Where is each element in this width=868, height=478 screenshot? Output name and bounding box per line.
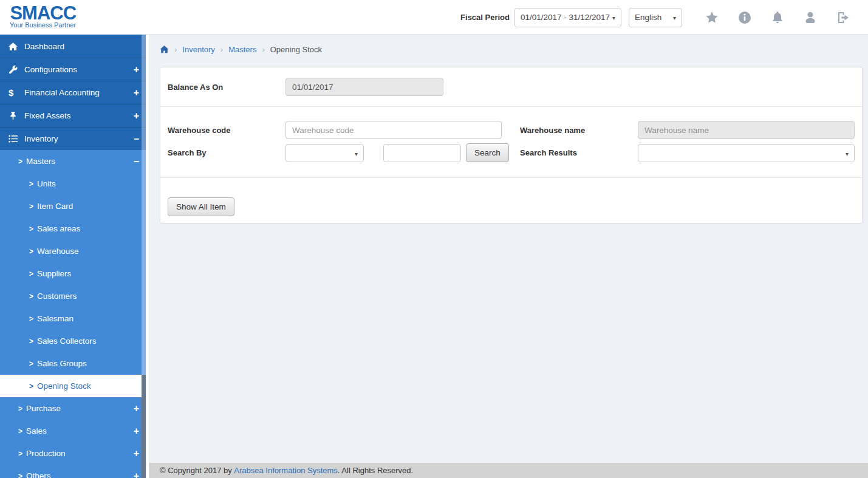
main-content: Inventory Masters Opening Stock Balance … bbox=[149, 35, 868, 478]
sidebar-item-label: Units bbox=[37, 179, 56, 188]
sidebar-item-purchase[interactable]: Purchase + bbox=[0, 397, 149, 420]
home-icon bbox=[9, 42, 24, 51]
minus-icon[interactable]: − bbox=[134, 134, 139, 144]
sidebar-item-fixed-assets[interactable]: Fixed Assets + bbox=[0, 104, 149, 127]
chevron-down-icon bbox=[846, 148, 849, 159]
plus-icon[interactable]: + bbox=[134, 65, 139, 75]
list-icon bbox=[9, 134, 24, 143]
info-icon[interactable] bbox=[737, 10, 753, 26]
top-bar-actions: Fiscal Period 01/01/2017 - 31/12/2017 En… bbox=[460, 0, 859, 35]
breadcrumb-link-inventory[interactable]: Inventory bbox=[182, 45, 214, 54]
chevron-right-icon bbox=[29, 314, 33, 323]
chevron-right-icon bbox=[29, 381, 33, 391]
user-icon[interactable] bbox=[802, 10, 818, 26]
sidebar-item-sales-groups[interactable]: Sales Groups bbox=[0, 352, 149, 375]
sidebar-item-label: Sales areas bbox=[37, 224, 80, 233]
plus-icon[interactable]: + bbox=[134, 426, 139, 436]
sidebar-item-sales-collectors[interactable]: Sales Collectors bbox=[0, 330, 149, 352]
search-by-group: Search By Search bbox=[168, 143, 509, 162]
thumbtack-icon bbox=[9, 111, 24, 120]
sidebar-item-customers[interactable]: Customers bbox=[0, 285, 149, 307]
chevron-down-icon bbox=[673, 13, 676, 22]
language-select[interactable]: English bbox=[629, 8, 682, 27]
chevron-right-icon bbox=[29, 224, 33, 233]
chevron-down-icon bbox=[612, 13, 615, 22]
sidebar-item-label: Warehouse bbox=[37, 247, 79, 256]
sidebar-item-label: Production bbox=[26, 449, 66, 458]
sidebar-item-label: Fixed Assets bbox=[24, 111, 71, 120]
warehouse-code-label: Warehouse code bbox=[168, 126, 285, 135]
chevron-right-icon bbox=[29, 202, 33, 211]
chevron-right-icon bbox=[18, 449, 22, 458]
search-by-select[interactable] bbox=[285, 144, 364, 162]
sidebar-scrollbar-thumb[interactable] bbox=[142, 375, 146, 478]
actions-row: Show All Item bbox=[168, 197, 855, 216]
chevron-down-icon bbox=[355, 148, 358, 159]
sidebar-item-label: Sales Collectors bbox=[37, 336, 97, 346]
sidebar-item-dashboard[interactable]: Dashboard bbox=[0, 35, 149, 58]
chevron-right-icon bbox=[29, 336, 33, 346]
search-button[interactable]: Search bbox=[466, 143, 509, 162]
search-text-input[interactable] bbox=[383, 144, 461, 162]
sidebar-item-sales-areas[interactable]: Sales areas bbox=[0, 217, 149, 240]
plus-icon[interactable]: + bbox=[134, 88, 139, 98]
divider bbox=[160, 106, 862, 107]
wrench-icon bbox=[9, 65, 24, 74]
logo-tagline: Your Business Partner bbox=[10, 21, 76, 29]
copyright-text: © Copyright 2017 by bbox=[160, 466, 232, 475]
logo-name: SMACC bbox=[10, 4, 76, 22]
plus-icon[interactable]: + bbox=[134, 471, 139, 478]
sidebar-item-item-card[interactable]: Item Card bbox=[0, 195, 149, 217]
plus-icon[interactable]: + bbox=[134, 404, 139, 414]
sidebar-item-inventory[interactable]: Inventory − bbox=[0, 127, 149, 150]
chevron-right-icon bbox=[29, 359, 33, 368]
search-results-select[interactable] bbox=[638, 144, 855, 162]
warehouse-row: Warehouse code Warehouse name bbox=[168, 121, 855, 139]
breadcrumb: Inventory Masters Opening Stock bbox=[149, 35, 868, 64]
sidebar-item-production[interactable]: Production + bbox=[0, 442, 149, 465]
balance-as-on-label: Balance As On bbox=[168, 83, 285, 92]
plus-icon[interactable]: + bbox=[134, 449, 139, 459]
sidebar-item-label: Sales bbox=[26, 426, 47, 435]
breadcrumb-separator-icon bbox=[220, 45, 223, 54]
warehouse-code-group: Warehouse code bbox=[168, 121, 509, 139]
sidebar-item-label: Others bbox=[26, 471, 51, 478]
sidebar-item-units[interactable]: Units bbox=[0, 172, 149, 195]
sidebar-item-opening-stock[interactable]: Opening Stock bbox=[0, 375, 149, 397]
search-by-label: Search By bbox=[168, 148, 285, 157]
sidebar-item-sales[interactable]: Sales + bbox=[0, 420, 149, 442]
sidebar-item-configurations[interactable]: Configurations + bbox=[0, 58, 149, 81]
breadcrumb-link-masters[interactable]: Masters bbox=[228, 45, 256, 54]
chevron-right-icon bbox=[29, 247, 33, 256]
divider bbox=[160, 177, 862, 178]
sidebar-item-label: Financial Accounting bbox=[24, 88, 100, 97]
sidebar-item-label: Configurations bbox=[24, 65, 77, 74]
logout-icon[interactable] bbox=[835, 10, 851, 26]
arabsea-link[interactable]: Arabsea Information Systems bbox=[234, 466, 338, 475]
warehouse-name-field bbox=[638, 121, 855, 139]
sidebar-nav: Dashboard Configurations + Financial Acc… bbox=[0, 35, 149, 478]
home-icon[interactable] bbox=[160, 45, 169, 53]
search-row: Search By Search Search Results bbox=[168, 143, 855, 162]
sidebar-item-warehouse[interactable]: Warehouse bbox=[0, 240, 149, 262]
sidebar-item-others[interactable]: Others + bbox=[0, 465, 149, 478]
sidebar-item-masters[interactable]: Masters − bbox=[0, 150, 149, 172]
language-value: English bbox=[635, 13, 661, 22]
app-logo[interactable]: SMACC Your Business Partner bbox=[10, 4, 76, 29]
sidebar-item-salesman[interactable]: Salesman bbox=[0, 307, 149, 330]
show-all-item-button[interactable]: Show All Item bbox=[168, 197, 234, 216]
search-results-label: Search Results bbox=[520, 148, 638, 157]
sidebar-item-label: Masters bbox=[26, 157, 55, 166]
sidebar-item-label: Suppliers bbox=[37, 269, 71, 278]
sidebar-item-financial-accounting[interactable]: Financial Accounting + bbox=[0, 81, 149, 104]
fiscal-period-select[interactable]: 01/01/2017 - 31/12/2017 bbox=[514, 8, 621, 27]
notifications-bell-icon[interactable] bbox=[770, 10, 785, 26]
footer: © Copyright 2017 by Arabsea Information … bbox=[149, 463, 868, 478]
sidebar-item-suppliers[interactable]: Suppliers bbox=[0, 262, 149, 285]
chevron-right-icon bbox=[29, 269, 33, 278]
sidebar-item-label: Purchase bbox=[26, 404, 61, 413]
favorites-star-icon[interactable] bbox=[704, 10, 720, 26]
warehouse-code-input[interactable] bbox=[285, 121, 502, 139]
plus-icon[interactable]: + bbox=[134, 111, 139, 121]
minus-icon[interactable]: − bbox=[134, 157, 139, 166]
